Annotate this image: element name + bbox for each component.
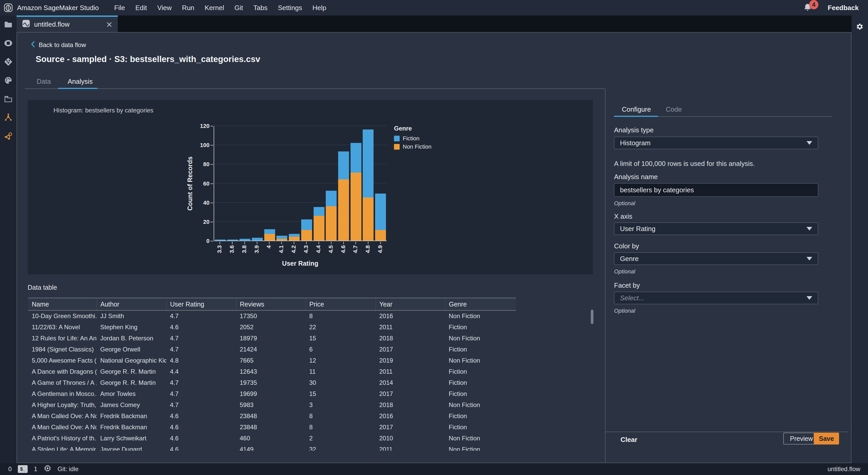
histogram-bar-4.9 [375,194,386,241]
table-cell: 4.8 [166,355,236,366]
sagemaker-brain-icon [4,3,13,12]
table-cell: 2016 [376,310,445,322]
analysis-name-input[interactable] [614,183,818,197]
table-cell: Non Fiction [445,444,516,451]
tab-configure[interactable]: Configure [622,106,651,114]
tab-close-icon[interactable] [106,22,112,27]
x-tick-label: 3.6 [228,245,235,253]
x-axis-dropdown[interactable]: User Rating [614,222,818,235]
y-tick-label: 20 [172,219,210,225]
histogram-bar-4.6 [338,151,349,241]
menu-help[interactable]: Help [313,4,326,12]
vertical-scrollbar[interactable] [591,309,593,324]
table-cell: 2 [306,433,376,444]
x-tick-label: 4.6 [340,245,347,253]
page-title: Source - sampled · S3: bestsellers_with_… [36,54,260,64]
git-icon[interactable] [4,57,13,66]
menu-run[interactable]: Run [182,4,194,12]
table-row: A Gentleman in Mosco...Amor Towles4.7196… [28,388,516,399]
clear-button[interactable]: Clear [621,436,637,444]
cluster-icon[interactable] [4,113,13,122]
table-cell: 4.7 [166,399,236,410]
column-header-reviews[interactable]: Reviews [236,298,306,310]
kernel-chip-icon[interactable] [44,465,52,474]
editor-tab-bar: untitled.flow [17,16,851,32]
table-cell: Fiction [445,410,516,421]
table-cell: A Higher Loyalty: Truth,... [28,399,97,410]
bar-segment-non-fiction [301,230,312,241]
bar-segment-fiction [276,236,287,239]
pipeline-icon[interactable] [4,132,13,141]
menu-git[interactable]: Git [234,4,243,12]
facet-by-dropdown[interactable]: Select... [614,292,818,304]
notifications-button[interactable]: 4 [803,3,812,13]
gear-icon[interactable] [855,22,864,31]
back-to-data-flow-link[interactable]: Back to data flow [30,41,86,49]
bar-segment-non-fiction [289,237,300,241]
open-tabs-icon[interactable] [4,95,13,103]
table-row: A Dance with Dragons (...George R. R. Ma… [28,366,516,377]
menu-kernel[interactable]: Kernel [205,4,224,12]
y-tick-label: 120 [172,123,210,129]
table-cell: 12643 [236,366,306,377]
table-cell: A Patriot's History of th... [28,433,97,444]
status-file-name: untitled.flow [828,466,860,473]
table-cell: 2017 [376,344,445,355]
save-button[interactable]: Save [814,433,839,445]
y-tick-label: 40 [172,200,210,206]
git-status[interactable]: Git: idle [58,466,79,473]
histogram-bar-3.9 [252,238,263,241]
legend-item-non-fiction: Non Fiction [394,143,431,150]
column-header-name[interactable]: Name [28,298,97,310]
y-tick-label: 0 [172,238,210,244]
table-cell: 19735 [236,377,306,388]
chevron-down-icon [807,296,812,300]
bar-segment-fiction [326,191,337,206]
table-cell: 22 [306,322,376,333]
bar-segment-non-fiction [276,239,287,241]
running-terminals-icon[interactable] [4,39,13,48]
menu-file[interactable]: File [114,4,125,12]
color-by-dropdown[interactable]: Genre [614,253,818,265]
table-cell: 1984 (Signet Classics) [28,344,97,355]
menu-settings[interactable]: Settings [278,4,302,12]
column-header-genre[interactable]: Genre [445,298,516,310]
table-row: 1984 (Signet Classics)George Orwell4.721… [28,344,516,355]
table-cell: George R. R. Martin [97,366,166,377]
analysis-type-dropdown[interactable]: Histogram [614,137,818,149]
table-cell: 23848 [236,410,306,421]
column-header-price[interactable]: Price [306,298,376,310]
tab-code[interactable]: Code [666,106,682,114]
table-cell: 17350 [236,310,306,322]
tab-data[interactable]: Data [37,78,51,86]
table-cell: 2010 [376,433,445,444]
terminal-icon[interactable]: $_ [18,465,28,473]
table-cell: 2016 [376,410,445,421]
palette-icon[interactable] [4,76,13,85]
tab-untitled-flow[interactable]: untitled.flow [17,16,118,32]
tab-analysis[interactable]: Analysis [68,78,93,86]
menu-tabs[interactable]: Tabs [253,4,268,12]
table-row: 5,000 Awesome Facts (...National Geograp… [28,355,516,366]
table-cell: 4.6 [166,410,236,421]
table-cell: 11 [306,366,376,377]
data-table-label: Data table [28,284,57,291]
table-row: 10-Day Green Smoothi...JJ Smith4.7173508… [28,310,516,322]
histogram-bar-4.7 [350,143,362,241]
column-header-user-rating[interactable]: User Rating [166,298,236,310]
menu-edit[interactable]: Edit [135,4,147,12]
feedback-link[interactable]: Feedback [828,4,859,12]
table-cell: 2014 [376,377,445,388]
column-header-author[interactable]: Author [97,298,166,310]
right-activity-bar [851,16,868,463]
column-header-year[interactable]: Year [376,298,445,310]
bar-segment-fiction [289,234,300,237]
table-cell: Fiction [445,366,516,377]
histogram-card: Histogram: bestsellers by categories Cou… [28,100,593,274]
chevron-down-icon [807,227,812,231]
folder-icon[interactable] [4,20,13,29]
table-cell: 12 Rules for Life: An An... [28,333,97,344]
bar-segment-non-fiction [264,234,275,241]
menu-view[interactable]: View [157,4,172,12]
tabs-divider [25,88,605,89]
